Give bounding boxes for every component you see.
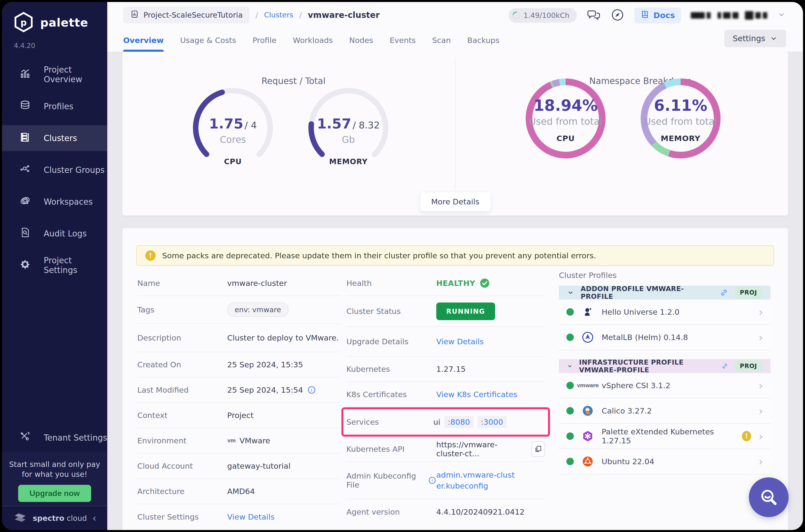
memory-gauge-value: 1.57 bbox=[317, 115, 351, 132]
memory-gauge: 1.57 / 8.32 Gb MEMORY bbox=[306, 86, 390, 170]
chevron-right-icon: › bbox=[759, 331, 763, 344]
cpu-gauge-total: / 4 bbox=[245, 120, 257, 131]
tab-usage-costs[interactable]: Usage & Costs bbox=[180, 29, 236, 52]
detail-row-created-on: Created On 25 Sep 2024, 15:35 bbox=[137, 352, 340, 378]
profile-row-vsphere-csi[interactable]: vmware vSphere CSI 3.1.2 › bbox=[559, 373, 770, 398]
sidebar-item-project-overview[interactable]: Project Overview bbox=[2, 62, 107, 88]
chevron-right-icon: › bbox=[759, 430, 763, 442]
svg-text:p: p bbox=[21, 18, 27, 27]
brand-name: palette bbox=[40, 16, 88, 29]
chevron-down-icon bbox=[770, 35, 778, 42]
feedback-chat-icon[interactable] bbox=[587, 8, 601, 23]
health-status: HEALTHY bbox=[436, 279, 475, 288]
gear-icon bbox=[19, 259, 31, 272]
app-version: 4.4.20 bbox=[14, 42, 35, 50]
tab-nodes[interactable]: Nodes bbox=[349, 29, 373, 52]
status-dot bbox=[567, 407, 574, 415]
profile-row-ubuntu[interactable]: Ubuntu 22.04 › bbox=[559, 449, 770, 474]
addon-profile-header[interactable]: ADDON PROFILE VMWARE-PROFILE PROJ bbox=[559, 286, 770, 300]
project-chart-icon bbox=[130, 10, 139, 20]
tab-backups[interactable]: Backups bbox=[467, 29, 500, 52]
tab-events[interactable]: Events bbox=[389, 29, 416, 52]
link-icon[interactable] bbox=[720, 289, 728, 297]
chevron-down-icon bbox=[567, 289, 574, 296]
service-port-8080-link[interactable]: :8080 bbox=[444, 416, 473, 428]
tab-scan[interactable]: Scan bbox=[432, 29, 451, 52]
docs-button[interactable]: Docs bbox=[634, 7, 681, 23]
sidebar-item-label: Cluster Groups bbox=[44, 165, 104, 175]
usage-quota-text: 1.49/100kCh bbox=[523, 11, 569, 20]
spectro-cloud-label: spectro cloud bbox=[33, 514, 87, 522]
cpu-gauge: 1.75 / 4 Cores CPU bbox=[191, 86, 275, 170]
cluster-settings-view-details-link[interactable]: View Details bbox=[227, 512, 275, 521]
sidebar-footer: spectro cloud ‹ bbox=[2, 506, 107, 530]
sidebar-item-label: Audit Logs bbox=[44, 229, 87, 239]
tab-overview[interactable]: Overview bbox=[123, 29, 164, 52]
upgrade-promo: Start small and only pay for what you us… bbox=[2, 452, 107, 506]
proj-scope-badge: PROJ bbox=[734, 360, 763, 372]
upgrade-now-button[interactable]: Upgrade now bbox=[18, 485, 91, 502]
sidebar-item-label: Project Settings bbox=[44, 255, 107, 275]
detail-row-cloud-account: Cloud Account gateway-tutorial bbox=[137, 454, 340, 479]
breadcrumb-clusters-link[interactable]: Clusters bbox=[264, 11, 293, 19]
calico-icon bbox=[581, 404, 594, 417]
top-right-controls: 1.49/100kCh Docs bbox=[509, 7, 786, 23]
copy-button[interactable] bbox=[532, 441, 545, 457]
cluster-profiles-title: Cluster Profiles bbox=[559, 271, 770, 280]
sidebar-item-project-settings[interactable]: Project Settings bbox=[2, 252, 107, 278]
chevron-right-icon: › bbox=[759, 455, 763, 468]
admin-kubeconfig-link[interactable]: admin.vmware-cluster.kubeconfig bbox=[436, 470, 518, 491]
project-scope-chip[interactable]: Project-ScaleSecureTutoria bbox=[123, 6, 250, 23]
detail-row-agent-version: Agent version 4.4.10/20240921.0412 bbox=[346, 499, 545, 525]
link-icon[interactable] bbox=[722, 362, 728, 370]
more-details-button[interactable]: More Details bbox=[420, 192, 490, 211]
sidebar-item-workspaces[interactable]: Workspaces bbox=[2, 189, 107, 214]
profile-row-hello-universe[interactable]: Hello Universe 1.2.0 › bbox=[559, 300, 770, 325]
tag-pill: env: vmware bbox=[227, 303, 289, 317]
chevron-right-icon: › bbox=[759, 379, 763, 392]
detail-row-kubernetes-api: Kubernetes API https://vmware-cluster-ct… bbox=[346, 437, 545, 462]
status-dot bbox=[567, 334, 574, 341]
help-search-fab[interactable] bbox=[749, 477, 789, 517]
svg-text:i: i bbox=[432, 478, 433, 483]
search-smile-icon bbox=[758, 487, 779, 508]
profile-row-calico[interactable]: Calico 3.27.2 › bbox=[559, 398, 770, 424]
settings-label: Settings bbox=[733, 34, 765, 43]
sidebar-item-profiles[interactable]: Profiles bbox=[2, 93, 107, 119]
view-k8s-certificates-link[interactable]: View K8s Certificates bbox=[436, 390, 517, 399]
user-menu-chevron-icon[interactable] bbox=[777, 11, 786, 21]
cluster-details-card: ! Some packs are deprecated. Please upda… bbox=[122, 228, 788, 530]
spectro-cloud-logo bbox=[13, 510, 27, 526]
detail-row-name: Name vmware-cluster bbox=[137, 271, 340, 296]
status-dot bbox=[567, 308, 574, 316]
sidebar-item-tenant-settings[interactable]: Tenant Settings bbox=[2, 425, 107, 451]
warning-icon: ! bbox=[145, 250, 156, 261]
chevron-right-icon: › bbox=[759, 306, 763, 318]
tab-workloads[interactable]: Workloads bbox=[293, 29, 333, 52]
collapse-sidebar-icon[interactable]: ‹ bbox=[92, 512, 96, 524]
deprecated-warning-icon: ! bbox=[742, 431, 751, 441]
tab-profile[interactable]: Profile bbox=[252, 29, 276, 52]
service-port-3000-link[interactable]: :3000 bbox=[478, 416, 506, 428]
overview-charts-card: Request / Total Namespace Breakdown 1.75… bbox=[122, 52, 788, 215]
detail-row-kubernetes-version: Kubernetes 1.27.15 bbox=[346, 357, 545, 382]
profile-row-metallb[interactable]: MetalLB (Helm) 0.14.8 › bbox=[559, 325, 770, 350]
detail-row-tags: Tags env: vmware bbox=[137, 296, 340, 324]
hello-universe-icon bbox=[581, 305, 594, 318]
sidebar-item-clusters[interactable]: Clusters bbox=[2, 125, 107, 151]
upgrade-view-details-link[interactable]: View Details bbox=[436, 337, 484, 346]
sidebar-item-label: Tenant Settings bbox=[44, 433, 107, 442]
usage-quota-pill[interactable]: 1.49/100kCh bbox=[509, 8, 577, 23]
info-icon[interactable]: i bbox=[428, 476, 436, 485]
info-icon[interactable]: i bbox=[307, 385, 316, 394]
sidebar-item-audit-logs[interactable]: Audit Logs bbox=[2, 221, 107, 246]
compass-icon[interactable] bbox=[611, 8, 625, 23]
namespace-memory-label: MEMORY bbox=[640, 134, 721, 143]
cpu-gauge-label: CPU bbox=[191, 157, 275, 166]
sidebar-item-cluster-groups[interactable]: Cluster Groups bbox=[2, 157, 107, 183]
settings-button[interactable]: Settings bbox=[724, 30, 786, 47]
namespace-cpu-caption: Used from total bbox=[526, 116, 606, 127]
infrastructure-profile-header[interactable]: INFRASTRUCTURE PROFILE VMWARE-PROFILE PR… bbox=[559, 359, 770, 373]
profile-row-palette-extended-kubernetes[interactable]: Palette eXtended Kubernetes 1.27.15 ! › bbox=[559, 424, 770, 449]
cluster-tabs: Overview Usage & Costs Profile Workloads… bbox=[123, 29, 499, 52]
